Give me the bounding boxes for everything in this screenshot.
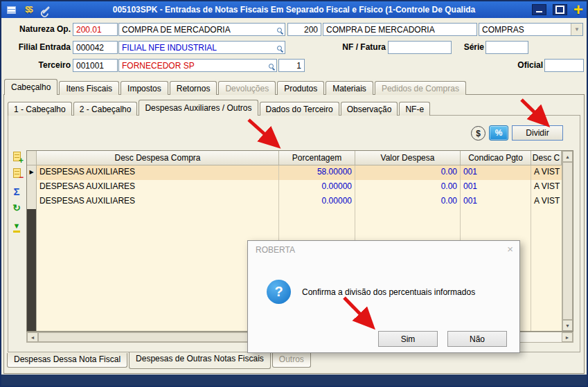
- grid-empty-cell: [37, 209, 279, 331]
- nao-button[interactable]: Não: [447, 331, 507, 347]
- serie-field[interactable]: [485, 41, 528, 54]
- transfer-down-icon[interactable]: ▼: [10, 221, 23, 233]
- cell-porcentagem[interactable]: 0.00000: [279, 195, 355, 209]
- refresh-icon[interactable]: ↻: [10, 201, 23, 214]
- dollar-button[interactable]: $: [471, 126, 485, 141]
- dividir-button[interactable]: Dividir: [512, 125, 563, 141]
- natureza-desc2-field[interactable]: COMPRA DE MERCADORIA: [323, 23, 477, 36]
- search-icon[interactable]: [277, 46, 284, 53]
- wrench-icon[interactable]: [39, 4, 52, 15]
- scroll-down-icon[interactable]: ▼: [562, 320, 573, 331]
- table-row[interactable]: ▶DESPESAS AUXILIARES58.000000.00001A VIS…: [27, 165, 562, 180]
- tab-despesas-auxiliares-outros[interactable]: Despesas Auxiliares / Outros: [139, 100, 258, 116]
- money-icon[interactable]: $$: [22, 4, 35, 15]
- terceiro-label: Terceiro: [6, 59, 71, 72]
- terceiro-desc-field[interactable]: FORNECEDOR SP: [118, 59, 277, 72]
- tab-devolu-es: Devoluções: [218, 81, 276, 95]
- column-header-desc[interactable]: Desc Despesa Compra: [37, 151, 279, 165]
- add-row-icon[interactable]: +: [10, 150, 23, 163]
- oficial-field[interactable]: [544, 59, 584, 72]
- natureza-op-label: Natureza Op.: [6, 23, 71, 36]
- oficial-label: Oficial: [501, 59, 543, 72]
- maximize-button[interactable]: [553, 4, 567, 15]
- grid-header: Desc Despesa CompraPorcentagemValor Desp…: [27, 151, 573, 165]
- chevron-down-icon[interactable]: ▼: [571, 24, 582, 35]
- column-header-porcentagem[interactable]: Porcentagem: [279, 151, 355, 165]
- tab-1-cabe-alho[interactable]: 1 - Cabeçalho: [8, 102, 72, 116]
- tab-cabe-alho[interactable]: Cabeçalho: [4, 79, 57, 95]
- tab-outros: Outros: [272, 353, 311, 368]
- scroll-left-icon[interactable]: ◄: [27, 332, 38, 342]
- cell-valor[interactable]: 0.00: [355, 195, 461, 209]
- terceiro-code-field[interactable]: 001001: [73, 59, 118, 72]
- cell-desc_cond[interactable]: A VIST: [531, 165, 562, 180]
- tab-dados-do-terceiro[interactable]: Dados do Terceiro: [260, 102, 339, 116]
- scroll-up-icon[interactable]: ▲: [562, 151, 573, 162]
- tab-produtos[interactable]: Produtos: [277, 81, 324, 95]
- cell-desc[interactable]: DESPESAS AUXILIARES: [37, 180, 279, 195]
- natureza-desc-field[interactable]: COMPRA DE MERCADORIA: [118, 23, 285, 36]
- delete-row-icon[interactable]: −: [10, 167, 23, 179]
- search-icon[interactable]: [269, 64, 276, 71]
- cell-valor[interactable]: 0.00: [355, 165, 461, 180]
- serie-label: Série: [453, 41, 484, 54]
- nf-fatura-field[interactable]: [388, 41, 452, 54]
- tab-pedidos-de-compras: Pedidos de Compras: [375, 81, 466, 95]
- nf-fatura-label: NF / Fatura: [327, 41, 386, 54]
- cell-porcentagem[interactable]: 58.00000: [279, 165, 355, 180]
- row-indicator-header: [27, 151, 37, 165]
- cell-condicao[interactable]: 001: [461, 180, 531, 195]
- grid-empty-cell: [531, 209, 562, 331]
- column-header-desc_cond[interactable]: Desc C: [531, 151, 562, 165]
- vertical-scrollbar[interactable]: ▲ ▼: [562, 151, 573, 331]
- grid-app-icon[interactable]: [5, 4, 17, 15]
- column-header-valor[interactable]: Valor Despesa: [355, 151, 461, 165]
- cell-desc[interactable]: DESPESAS AUXILIARES: [37, 165, 279, 180]
- sum-icon[interactable]: Σ: [10, 185, 23, 197]
- natureza-num-field[interactable]: 200: [287, 23, 321, 36]
- tab-2-cabe-alho[interactable]: 2 - Cabeçalho: [73, 102, 138, 116]
- natureza-code-field[interactable]: 200.01: [73, 23, 118, 36]
- terceiro-qty-field[interactable]: 1: [278, 59, 305, 72]
- minimize-button[interactable]: [532, 4, 546, 15]
- filial-code-field[interactable]: 000042: [73, 41, 118, 54]
- dialog-message: Confirma a divisão dos percentuais infor…: [302, 287, 475, 297]
- filial-desc-field[interactable]: FILIAL NFE INDUSTRIAL: [118, 41, 285, 54]
- tab-retornos[interactable]: Retornos: [170, 81, 217, 95]
- cell-desc_cond[interactable]: A VIST: [531, 195, 562, 209]
- column-header-condicao[interactable]: Condicao Pgto: [461, 151, 531, 165]
- tab-despesas-dessa-nota-fiscal[interactable]: Despesas Dessa Nota Fiscal: [7, 353, 127, 368]
- confirm-dialog: ROBERTA × ? Confirma a divisão dos perce…: [247, 240, 520, 353]
- cell-porcentagem[interactable]: 0.00000: [279, 180, 355, 195]
- vertical-scroll-thumb[interactable]: [562, 162, 573, 320]
- percent-button[interactable]: %: [489, 125, 508, 141]
- cell-condicao[interactable]: 001: [461, 165, 531, 180]
- close-plus-button[interactable]: +: [573, 3, 583, 16]
- tipo-combo[interactable]: COMPRAS▼: [479, 23, 583, 36]
- cell-valor[interactable]: 0.00: [355, 180, 461, 195]
- tab-despesas-de-outras-notas-fiscais[interactable]: Despesas de Outras Notas Fiscais: [129, 352, 271, 369]
- window-controls: +: [532, 3, 583, 16]
- question-icon: ?: [267, 280, 291, 304]
- window-title: 005103SPK - Entradas de Notas Fiscais Em…: [1, 5, 587, 15]
- tab-observa-o[interactable]: Observação: [341, 102, 398, 116]
- cell-desc[interactable]: DESPESAS AUXILIARES: [37, 195, 279, 209]
- table-row[interactable]: DESPESAS AUXILIARES0.000000.00001A VIST: [27, 195, 562, 209]
- scroll-right-icon[interactable]: ►: [562, 332, 573, 342]
- tab-itens-fiscais[interactable]: Itens Fiscais: [59, 81, 119, 95]
- sub-tab-bar: 1 - Cabeçalho2 - CabeçalhoDespesas Auxil…: [8, 100, 431, 116]
- table-row[interactable]: DESPESAS AUXILIARES0.000000.00001A VIST: [27, 180, 562, 195]
- tab-impostos[interactable]: Impostos: [121, 81, 168, 95]
- cell-desc_cond[interactable]: A VIST: [531, 180, 562, 195]
- search-icon[interactable]: [277, 28, 284, 35]
- titlebar-icons: $$: [1, 4, 52, 15]
- main-tab-bar: CabeçalhoItens FiscaisImpostosRetornosDe…: [4, 79, 467, 95]
- tab-nf-e[interactable]: NF-e: [399, 102, 430, 116]
- bottom-tab-bar: Despesas Dessa Nota FiscalDespesas de Ou…: [7, 353, 312, 369]
- sim-button[interactable]: Sim: [378, 331, 438, 347]
- cell-condicao[interactable]: 001: [461, 195, 531, 209]
- close-icon[interactable]: ×: [507, 243, 513, 255]
- filial-label: Filial Entrada: [6, 41, 71, 54]
- tab-materiais[interactable]: Materiais: [326, 81, 373, 95]
- grid-empty-indicator: [27, 209, 37, 331]
